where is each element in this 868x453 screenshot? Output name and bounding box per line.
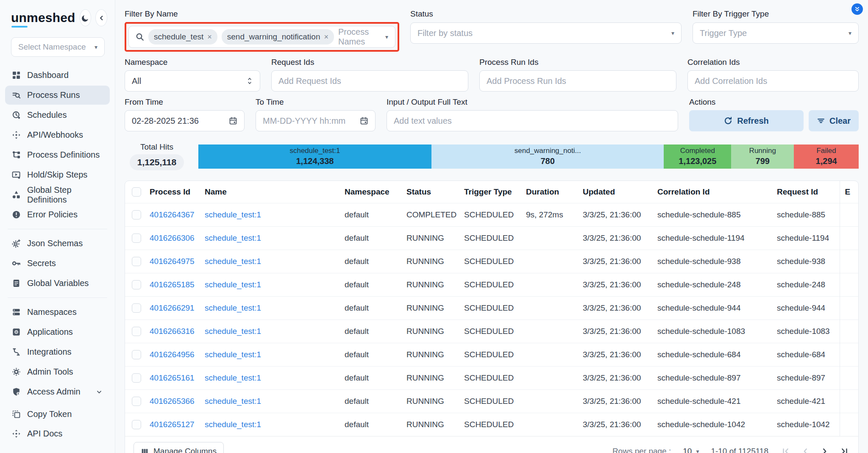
sidebar-collapse-button[interactable] bbox=[95, 9, 107, 26]
cell-request-id: schedule-1042 bbox=[772, 413, 840, 436]
sidebar-item-integrations[interactable]: Integrations bbox=[5, 342, 110, 361]
row-checkbox[interactable] bbox=[132, 420, 141, 429]
sidebar-item-global-variables[interactable]: Global Variables bbox=[5, 274, 110, 293]
sidebar-item-json-schemas[interactable]: Json Schemas bbox=[5, 234, 110, 253]
process-id-link[interactable]: 4016266306 bbox=[150, 233, 195, 242]
process-name-link[interactable]: schedule_test:1 bbox=[205, 303, 261, 312]
dark-mode-toggle[interactable] bbox=[80, 9, 92, 26]
process-id-link[interactable]: 4016266291 bbox=[150, 303, 195, 312]
full-text-input[interactable]: Add text values bbox=[387, 110, 678, 131]
manage-columns-button[interactable]: Manage Columns bbox=[134, 442, 224, 453]
from-time-input[interactable]: 02-28-2025 21:36 bbox=[125, 110, 245, 131]
process-name-link[interactable]: schedule_test:1 bbox=[205, 233, 261, 242]
cell-duration bbox=[521, 320, 578, 343]
process-id-link[interactable]: 4016265127 bbox=[150, 420, 195, 429]
chevron-down-icon[interactable]: ▾ bbox=[385, 34, 388, 40]
process-name-link[interactable]: schedule_test:1 bbox=[205, 397, 261, 406]
next-page-button[interactable] bbox=[819, 446, 830, 453]
process-id-link[interactable]: 4016266316 bbox=[150, 327, 195, 336]
calendar-icon[interactable] bbox=[360, 117, 368, 125]
hold-skip-steps-icon bbox=[12, 170, 21, 179]
select-all-checkbox[interactable] bbox=[132, 187, 141, 197]
process-name-link[interactable]: schedule_test:1 bbox=[205, 350, 261, 359]
checkbox-cell bbox=[125, 389, 145, 413]
sidebar-item-dashboard[interactable]: Dashboard bbox=[5, 66, 110, 85]
chip-remove-icon[interactable]: × bbox=[324, 33, 328, 42]
name-filter-input[interactable]: schedule_test×send_warning_notification×… bbox=[128, 26, 395, 48]
table-header-row: Process IdNameNamespaceStatusTrigger Typ… bbox=[125, 181, 858, 203]
collapse-filters-badge[interactable] bbox=[851, 3, 863, 15]
table-footer: Manage Columns Rows per page : 10 ▾ 1-10… bbox=[125, 436, 858, 453]
process-id-link[interactable]: 4016265161 bbox=[150, 373, 195, 382]
process-id-link[interactable]: 4016264367 bbox=[150, 210, 195, 219]
sidebar-item-process-definitions[interactable]: Process Definitions bbox=[5, 145, 110, 164]
process-name-link[interactable]: schedule_test:1 bbox=[205, 373, 261, 382]
row-checkbox[interactable] bbox=[132, 210, 141, 220]
sidebar-item-secrets[interactable]: Secrets bbox=[5, 254, 110, 273]
process-id-link[interactable]: 4016265185 bbox=[150, 280, 195, 289]
sidebar-item-label: Admin Tools bbox=[27, 367, 73, 377]
column-header-duration: Duration bbox=[521, 181, 578, 203]
row-checkbox[interactable] bbox=[132, 257, 141, 266]
process-name-link[interactable]: schedule_test:1 bbox=[205, 280, 261, 289]
request-ids-input[interactable]: Add Request Ids bbox=[271, 70, 468, 92]
filter-chip[interactable]: send_warning_notification× bbox=[222, 29, 334, 44]
column-header-correlation-id: Correlation Id bbox=[652, 181, 772, 203]
sidebar-item-copy-token[interactable]: Copy Token bbox=[5, 405, 110, 424]
status-filter-input[interactable]: Filter by status ▾ bbox=[410, 22, 682, 44]
rows-per-page-select[interactable]: 10 ▾ bbox=[683, 447, 699, 453]
refresh-button[interactable]: Refresh bbox=[689, 110, 804, 131]
filter-chip[interactable]: schedule_test× bbox=[148, 29, 217, 44]
chevron-down-icon[interactable]: ▾ bbox=[849, 30, 851, 36]
row-checkbox[interactable] bbox=[132, 350, 141, 359]
sidebar-item-hold-skip-steps[interactable]: Hold/Skip Steps bbox=[5, 165, 110, 184]
process-name-link[interactable]: schedule_test:1 bbox=[205, 327, 261, 336]
sidebar-item-namespaces[interactable]: Namespaces bbox=[5, 303, 110, 322]
sidebar-item-applications[interactable]: Applications bbox=[5, 322, 110, 342]
row-checkbox[interactable] bbox=[132, 397, 141, 406]
table-row: 4016264975schedule_test:1defaultRUNNINGS… bbox=[125, 250, 858, 273]
namespace-select[interactable]: Select Namespace ▾ bbox=[11, 37, 105, 57]
namespace-filter-field: Namespace All bbox=[125, 58, 260, 92]
cell-correlation-id: schedule-schedule-897 bbox=[652, 366, 772, 389]
process-name-link[interactable]: schedule_test:1 bbox=[205, 257, 261, 266]
first-page-button[interactable] bbox=[780, 446, 791, 453]
clear-button[interactable]: Clear bbox=[809, 110, 859, 131]
segment-name: schedule_test:1 bbox=[289, 146, 340, 156]
cell-extra bbox=[840, 413, 858, 436]
correlation-ids-input[interactable]: Add Correlation Ids bbox=[687, 70, 859, 92]
process-id-link[interactable]: 4016265366 bbox=[150, 397, 195, 406]
trigger-type-filter-input[interactable]: Trigger Type ▾ bbox=[693, 22, 859, 44]
namespace-filter-select[interactable]: All bbox=[125, 70, 260, 92]
row-checkbox[interactable] bbox=[132, 233, 141, 243]
row-checkbox[interactable] bbox=[132, 373, 141, 383]
row-checkbox[interactable] bbox=[132, 327, 141, 336]
sidebar-item-access-admin[interactable]: Access Admin bbox=[5, 382, 110, 401]
cell-extra bbox=[840, 320, 858, 343]
process-name-link[interactable]: schedule_test:1 bbox=[205, 420, 261, 429]
process-name-link[interactable]: schedule_test:1 bbox=[205, 210, 261, 219]
sidebar-item-admin-tools[interactable]: Admin Tools bbox=[5, 362, 110, 381]
last-page-button[interactable] bbox=[839, 446, 850, 453]
process-run-ids-input[interactable]: Add Process Run Ids bbox=[479, 70, 676, 92]
row-checkbox[interactable] bbox=[132, 280, 141, 289]
sidebar-item-api-docs[interactable]: API Docs bbox=[5, 424, 110, 443]
cell-trigger-type: SCHEDULED bbox=[459, 203, 521, 226]
cell-extra bbox=[840, 226, 858, 250]
search-icon bbox=[136, 33, 144, 41]
sidebar-item-schedules[interactable]: Schedules bbox=[5, 106, 110, 125]
calendar-icon[interactable] bbox=[229, 117, 237, 125]
sidebar-item-global-step-definitions[interactable]: Global Step Definitions bbox=[5, 185, 110, 204]
sidebar-item-error-policies[interactable]: Error Policies bbox=[5, 205, 110, 224]
sidebar-item-process-runs[interactable]: Process Runs bbox=[5, 86, 110, 105]
prev-page-button[interactable] bbox=[800, 446, 811, 453]
sidebar-item-api-webhooks[interactable]: API/Webhooks bbox=[5, 125, 110, 145]
row-checkbox[interactable] bbox=[132, 303, 141, 313]
cell-status: RUNNING bbox=[401, 389, 459, 413]
chevron-down-icon[interactable]: ▾ bbox=[671, 30, 674, 36]
to-time-input[interactable]: MM-DD-YYYY hh:mm bbox=[256, 110, 376, 131]
process-id-link[interactable]: 4016264975 bbox=[150, 257, 195, 266]
process-id-link[interactable]: 4016264956 bbox=[150, 350, 195, 359]
chip-remove-icon[interactable]: × bbox=[207, 33, 212, 42]
cell: 4016264956 bbox=[145, 343, 200, 366]
